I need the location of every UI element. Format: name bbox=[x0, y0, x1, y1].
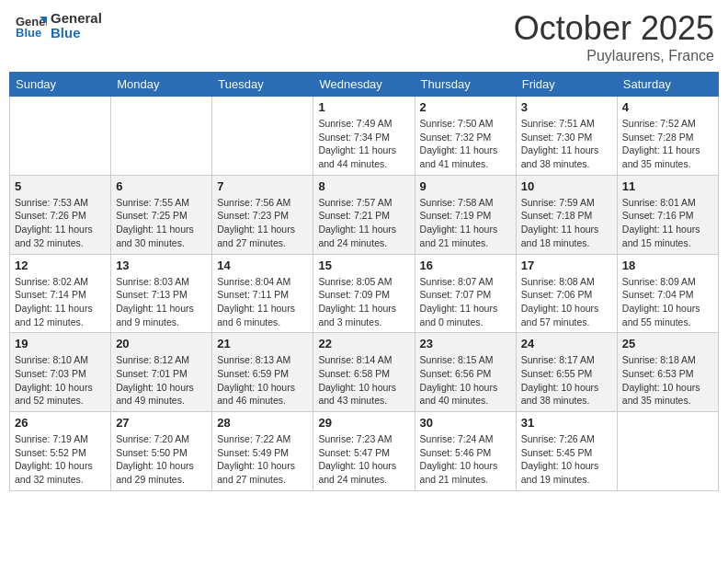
calendar-cell: 23Sunrise: 8:15 AMSunset: 6:56 PMDayligh… bbox=[415, 333, 516, 412]
calendar-cell: 10Sunrise: 7:59 AMSunset: 7:18 PMDayligh… bbox=[516, 175, 617, 254]
day-number: 31 bbox=[521, 416, 612, 430]
calendar-cell: 19Sunrise: 8:10 AMSunset: 7:03 PMDayligh… bbox=[10, 333, 111, 412]
day-info: Sunrise: 8:01 AMSunset: 7:16 PMDaylight:… bbox=[622, 196, 713, 250]
day-number: 30 bbox=[420, 416, 511, 430]
logo: General Blue General Blue bbox=[14, 9, 102, 42]
calendar-cell: 9Sunrise: 7:58 AMSunset: 7:19 PMDaylight… bbox=[415, 175, 516, 254]
calendar-cell: 22Sunrise: 8:14 AMSunset: 6:58 PMDayligh… bbox=[313, 333, 415, 412]
day-number: 22 bbox=[318, 337, 409, 350]
calendar-week-row: 26Sunrise: 7:19 AMSunset: 5:52 PMDayligh… bbox=[10, 412, 719, 491]
month-title: October 2025 bbox=[514, 9, 714, 48]
day-info: Sunrise: 7:19 AMSunset: 5:52 PMDaylight:… bbox=[15, 432, 106, 487]
calendar-cell bbox=[212, 97, 313, 176]
day-info: Sunrise: 8:18 AMSunset: 6:53 PMDaylight:… bbox=[622, 353, 713, 408]
calendar-cell: 29Sunrise: 7:23 AMSunset: 5:47 PMDayligh… bbox=[313, 412, 415, 491]
day-info: Sunrise: 7:58 AMSunset: 7:19 PMDaylight:… bbox=[420, 196, 511, 250]
calendar-cell bbox=[10, 97, 111, 176]
day-info: Sunrise: 8:04 AMSunset: 7:11 PMDaylight:… bbox=[217, 275, 308, 329]
calendar-cell: 13Sunrise: 8:03 AMSunset: 7:13 PMDayligh… bbox=[111, 254, 212, 333]
day-number: 3 bbox=[521, 100, 612, 114]
day-number: 25 bbox=[622, 337, 713, 350]
day-number: 5 bbox=[15, 179, 106, 193]
calendar-cell: 21Sunrise: 8:13 AMSunset: 6:59 PMDayligh… bbox=[212, 333, 313, 412]
calendar-cell: 8Sunrise: 7:57 AMSunset: 7:21 PMDaylight… bbox=[313, 175, 415, 254]
col-wednesday: Wednesday bbox=[313, 73, 415, 97]
col-tuesday: Tuesday bbox=[212, 73, 313, 97]
day-number: 29 bbox=[318, 416, 409, 430]
day-number: 6 bbox=[116, 179, 207, 193]
day-info: Sunrise: 7:59 AMSunset: 7:18 PMDaylight:… bbox=[521, 196, 612, 250]
day-number: 21 bbox=[217, 337, 308, 350]
page-header: General Blue General Blue October 2025 P… bbox=[9, 9, 719, 64]
calendar-cell: 27Sunrise: 7:20 AMSunset: 5:50 PMDayligh… bbox=[111, 412, 212, 491]
day-number: 19 bbox=[15, 337, 106, 350]
logo-general: General bbox=[51, 11, 102, 27]
calendar-cell: 20Sunrise: 8:12 AMSunset: 7:01 PMDayligh… bbox=[111, 333, 212, 412]
day-number: 2 bbox=[420, 100, 511, 114]
day-info: Sunrise: 7:24 AMSunset: 5:46 PMDaylight:… bbox=[420, 432, 511, 487]
svg-text:Blue: Blue bbox=[16, 26, 41, 40]
calendar-cell: 25Sunrise: 8:18 AMSunset: 6:53 PMDayligh… bbox=[617, 333, 718, 412]
day-info: Sunrise: 8:02 AMSunset: 7:14 PMDaylight:… bbox=[15, 275, 106, 329]
calendar-cell: 26Sunrise: 7:19 AMSunset: 5:52 PMDayligh… bbox=[10, 412, 111, 491]
col-monday: Monday bbox=[111, 73, 212, 97]
col-friday: Friday bbox=[516, 73, 617, 97]
day-info: Sunrise: 7:53 AMSunset: 7:26 PMDaylight:… bbox=[15, 196, 106, 250]
calendar-cell: 12Sunrise: 8:02 AMSunset: 7:14 PMDayligh… bbox=[10, 254, 111, 333]
day-number: 27 bbox=[116, 416, 207, 430]
day-info: Sunrise: 7:51 AMSunset: 7:30 PMDaylight:… bbox=[521, 117, 612, 171]
day-info: Sunrise: 8:05 AMSunset: 7:09 PMDaylight:… bbox=[318, 275, 409, 329]
calendar-cell: 31Sunrise: 7:26 AMSunset: 5:45 PMDayligh… bbox=[516, 412, 617, 491]
day-number: 15 bbox=[318, 259, 409, 272]
day-info: Sunrise: 7:49 AMSunset: 7:34 PMDaylight:… bbox=[318, 117, 409, 171]
calendar-week-row: 12Sunrise: 8:02 AMSunset: 7:14 PMDayligh… bbox=[10, 254, 719, 333]
calendar-cell: 6Sunrise: 7:55 AMSunset: 7:25 PMDaylight… bbox=[111, 175, 212, 254]
day-info: Sunrise: 8:17 AMSunset: 6:55 PMDaylight:… bbox=[521, 353, 612, 408]
calendar-cell: 11Sunrise: 8:01 AMSunset: 7:16 PMDayligh… bbox=[617, 175, 718, 254]
day-info: Sunrise: 7:23 AMSunset: 5:47 PMDaylight:… bbox=[318, 432, 409, 487]
day-info: Sunrise: 8:12 AMSunset: 7:01 PMDaylight:… bbox=[116, 353, 207, 408]
day-info: Sunrise: 7:55 AMSunset: 7:25 PMDaylight:… bbox=[116, 196, 207, 250]
day-number: 14 bbox=[217, 259, 308, 272]
day-info: Sunrise: 7:52 AMSunset: 7:28 PMDaylight:… bbox=[622, 117, 713, 171]
col-thursday: Thursday bbox=[415, 73, 516, 97]
calendar-cell: 5Sunrise: 7:53 AMSunset: 7:26 PMDaylight… bbox=[10, 175, 111, 254]
col-sunday: Sunday bbox=[10, 73, 111, 97]
day-info: Sunrise: 8:07 AMSunset: 7:07 PMDaylight:… bbox=[420, 275, 511, 329]
day-info: Sunrise: 7:57 AMSunset: 7:21 PMDaylight:… bbox=[318, 196, 409, 250]
calendar-table: Sunday Monday Tuesday Wednesday Thursday… bbox=[9, 72, 719, 491]
calendar-week-row: 1Sunrise: 7:49 AMSunset: 7:34 PMDaylight… bbox=[10, 97, 719, 176]
day-info: Sunrise: 7:56 AMSunset: 7:23 PMDaylight:… bbox=[217, 196, 308, 250]
day-info: Sunrise: 8:08 AMSunset: 7:06 PMDaylight:… bbox=[521, 275, 612, 329]
day-info: Sunrise: 8:09 AMSunset: 7:04 PMDaylight:… bbox=[622, 275, 713, 329]
day-number: 10 bbox=[521, 179, 612, 193]
calendar-cell: 4Sunrise: 7:52 AMSunset: 7:28 PMDaylight… bbox=[617, 97, 718, 176]
day-info: Sunrise: 8:03 AMSunset: 7:13 PMDaylight:… bbox=[116, 275, 207, 329]
day-number: 23 bbox=[420, 337, 511, 350]
calendar-cell: 7Sunrise: 7:56 AMSunset: 7:23 PMDaylight… bbox=[212, 175, 313, 254]
calendar-cell: 2Sunrise: 7:50 AMSunset: 7:32 PMDaylight… bbox=[415, 97, 516, 176]
calendar-cell: 14Sunrise: 8:04 AMSunset: 7:11 PMDayligh… bbox=[212, 254, 313, 333]
calendar-cell: 16Sunrise: 8:07 AMSunset: 7:07 PMDayligh… bbox=[415, 254, 516, 333]
day-number: 13 bbox=[116, 259, 207, 272]
day-info: Sunrise: 7:22 AMSunset: 5:49 PMDaylight:… bbox=[217, 432, 308, 487]
day-info: Sunrise: 8:15 AMSunset: 6:56 PMDaylight:… bbox=[420, 353, 511, 408]
calendar-cell: 24Sunrise: 8:17 AMSunset: 6:55 PMDayligh… bbox=[516, 333, 617, 412]
day-info: Sunrise: 7:26 AMSunset: 5:45 PMDaylight:… bbox=[521, 432, 612, 487]
title-block: October 2025 Puylaurens, France bbox=[514, 9, 714, 64]
day-number: 17 bbox=[521, 259, 612, 272]
calendar-cell: 1Sunrise: 7:49 AMSunset: 7:34 PMDaylight… bbox=[313, 97, 415, 176]
day-number: 8 bbox=[318, 179, 409, 193]
day-number: 9 bbox=[420, 179, 511, 193]
calendar-cell bbox=[111, 97, 212, 176]
calendar-cell: 28Sunrise: 7:22 AMSunset: 5:49 PMDayligh… bbox=[212, 412, 313, 491]
calendar-cell bbox=[617, 412, 718, 491]
calendar-week-row: 5Sunrise: 7:53 AMSunset: 7:26 PMDaylight… bbox=[10, 175, 719, 254]
calendar-header-row: Sunday Monday Tuesday Wednesday Thursday… bbox=[10, 73, 719, 97]
day-info: Sunrise: 7:20 AMSunset: 5:50 PMDaylight:… bbox=[116, 432, 207, 487]
col-saturday: Saturday bbox=[617, 73, 718, 97]
day-info: Sunrise: 7:50 AMSunset: 7:32 PMDaylight:… bbox=[420, 117, 511, 171]
day-number: 7 bbox=[217, 179, 308, 193]
day-info: Sunrise: 8:13 AMSunset: 6:59 PMDaylight:… bbox=[217, 353, 308, 408]
day-info: Sunrise: 8:10 AMSunset: 7:03 PMDaylight:… bbox=[15, 353, 106, 408]
